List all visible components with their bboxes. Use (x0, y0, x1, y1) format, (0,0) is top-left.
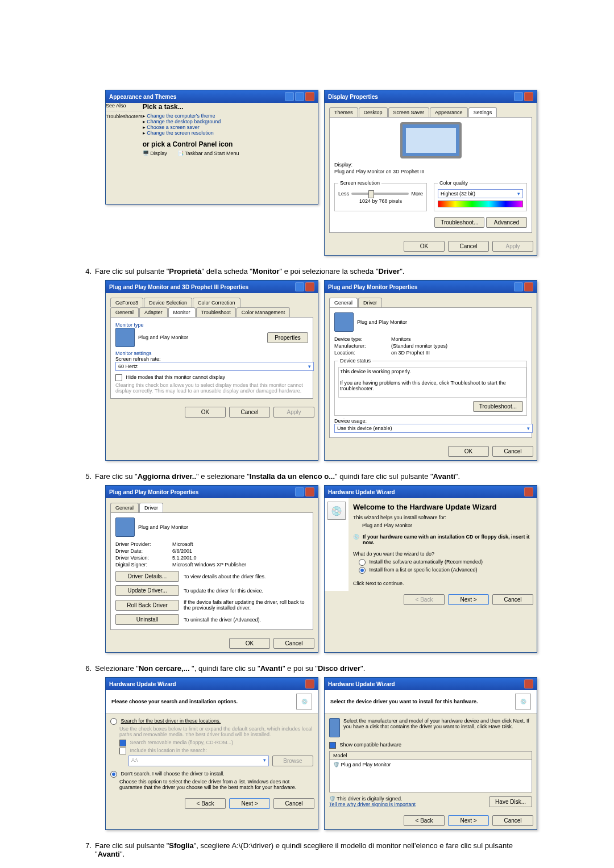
hardware-icon: 💿 (515, 694, 531, 710)
tab-device-selection[interactable]: Device Selection (144, 298, 192, 307)
task-screensaver[interactable]: Choose a screen saver (147, 124, 200, 130)
tab-driver[interactable]: Driver (358, 298, 382, 307)
wizard-device: Plug and Play Monitor (362, 523, 532, 528)
cancel-button[interactable]: Cancel (492, 815, 533, 826)
cancel-button[interactable]: Cancel (492, 446, 533, 457)
troubleshooters-label: Troubleshooters (106, 114, 143, 119)
uninstall-desc: To uninstall the driver (Advanced). (184, 617, 261, 623)
radio-search[interactable] (110, 718, 117, 725)
next-button[interactable]: Next > (229, 798, 270, 809)
radio-auto[interactable] (359, 559, 366, 566)
tab-monitor[interactable]: Monitor (168, 307, 196, 317)
cancel-button[interactable]: Cancel (273, 798, 314, 809)
help-icon[interactable] (295, 282, 304, 291)
troubleshoot-button[interactable]: Troubleshoot... (434, 217, 484, 228)
pick-task-heading: Pick a task... (143, 103, 239, 111)
refresh-label: Screen refresh rate: (115, 356, 308, 362)
monitor-icon (115, 328, 135, 347)
refresh-rate-select[interactable]: 60 Hertz▾ (115, 362, 314, 371)
step-4: 4. Fare clic sul pulsante "Proprietà" de… (77, 267, 537, 276)
update-driver-button[interactable]: Update Driver... (115, 585, 179, 596)
chk-compat[interactable] (329, 742, 336, 749)
tab-general[interactable]: General (110, 307, 139, 317)
tab-themes[interactable]: Themes (329, 107, 358, 117)
properties-button[interactable]: Properties (267, 332, 308, 343)
cancel-button[interactable]: Cancel (448, 241, 489, 252)
chk-include-label: Include this location in the search: (130, 748, 208, 753)
uninstall-button[interactable]: Uninstall (115, 614, 179, 625)
hide-modes-checkbox[interactable] (115, 374, 122, 381)
ok-button[interactable]: OK (185, 407, 226, 418)
why-signing-link[interactable]: Tell me why driver signing is important (329, 802, 416, 807)
close-icon[interactable] (305, 92, 314, 101)
back-button[interactable]: < Back (185, 798, 226, 809)
browse-button: Browse (272, 756, 313, 766)
tab-driver[interactable]: Driver (139, 503, 163, 512)
color-bar-icon (438, 201, 523, 207)
cancel-button[interactable]: Cancel (492, 594, 533, 605)
tab-screensaver[interactable]: Screen Saver (388, 107, 430, 117)
close-icon[interactable] (524, 282, 533, 291)
tab-troubleshoot[interactable]: Troubleshoot (196, 307, 236, 317)
display-cpl-icon[interactable]: 🖥️ Display (143, 151, 167, 156)
close-icon[interactable] (524, 92, 533, 101)
tab-general[interactable]: General (110, 503, 139, 512)
hide-modes-label: Hide modes that this monitor cannot disp… (126, 374, 226, 380)
radio-dont-search[interactable] (110, 771, 117, 778)
radio-list[interactable] (359, 567, 366, 574)
monitor-preview-icon (400, 122, 462, 158)
minimize-icon[interactable] (285, 92, 294, 101)
close-icon[interactable] (524, 487, 533, 496)
resolution-slider[interactable] (368, 190, 374, 198)
color-quality-select[interactable]: Highest (32 bit)▾ (438, 189, 523, 198)
location-select: A:\▾ (128, 756, 269, 766)
troubleshoot-button[interactable]: Troubleshoot... (473, 401, 523, 412)
ok-button[interactable]: OK (448, 446, 489, 457)
advanced-button[interactable]: Advanced (486, 217, 527, 228)
opt-auto-label: Install the software automatically (Reco… (370, 559, 483, 565)
close-icon[interactable] (305, 679, 314, 688)
nav-see-also: See Also Troubleshooters (106, 103, 143, 204)
tab-appearance[interactable]: Appearance (430, 107, 468, 117)
opt-dont-label: Don't search. I will choose the driver t… (121, 771, 225, 777)
close-icon[interactable] (305, 487, 314, 496)
cancel-button[interactable]: Cancel (273, 638, 314, 649)
tab-geforce3[interactable]: GeForce3 (110, 298, 143, 307)
see-also-label: See Also (106, 103, 143, 108)
close-icon[interactable] (524, 679, 533, 688)
driver-details-button[interactable]: Driver Details... (115, 571, 179, 582)
tab-color-correction[interactable]: Color Correction (193, 298, 240, 307)
rollback-driver-button[interactable]: Roll Back Driver (115, 600, 179, 611)
hw-wizard-search-window: Hardware Update Wizard Please choose you… (105, 677, 318, 830)
device-usage-select[interactable]: Use this device (enable)▾ (334, 424, 533, 433)
help-icon[interactable] (514, 92, 523, 101)
tab-desktop[interactable]: Desktop (359, 107, 388, 117)
tab-settings[interactable]: Settings (468, 107, 497, 117)
help-icon[interactable] (295, 487, 304, 496)
next-button[interactable]: Next > (448, 815, 489, 826)
ok-button[interactable]: OK (229, 638, 270, 649)
tab-adapter[interactable]: Adapter (139, 307, 168, 317)
tab-general[interactable]: General (329, 298, 358, 307)
task-theme[interactable]: Change the computer's theme (147, 113, 215, 119)
have-disk-button[interactable]: Have Disk... (489, 796, 532, 807)
taskbar-cpl-icon[interactable]: 📑 Taskbar and Start Menu (177, 151, 239, 156)
ok-button[interactable]: OK (404, 241, 445, 252)
maximize-icon[interactable] (295, 92, 304, 101)
model-item[interactable]: Plug and Play Monitor (341, 762, 391, 767)
window-title: Hardware Update Wizard (328, 681, 395, 687)
search-expl: Use the check boxes below to limit or ex… (119, 726, 313, 737)
apply-button: Apply (492, 241, 533, 252)
help-icon[interactable] (514, 282, 523, 291)
cancel-button[interactable]: Cancel (229, 407, 270, 418)
task-background[interactable]: Change the desktop background (147, 119, 221, 124)
chevron-down-icon: ▾ (308, 364, 311, 369)
close-icon[interactable] (305, 282, 314, 291)
model-header: Model (330, 752, 532, 760)
less-label: Less (338, 191, 349, 197)
back-button[interactable]: < Back (404, 815, 445, 826)
next-button[interactable]: Next > (448, 594, 489, 605)
task-resolution[interactable]: Change the screen resolution (147, 130, 214, 136)
tab-color-mgmt[interactable]: Color Management (237, 307, 291, 317)
location-value: on 3D Prophet III (391, 350, 430, 356)
